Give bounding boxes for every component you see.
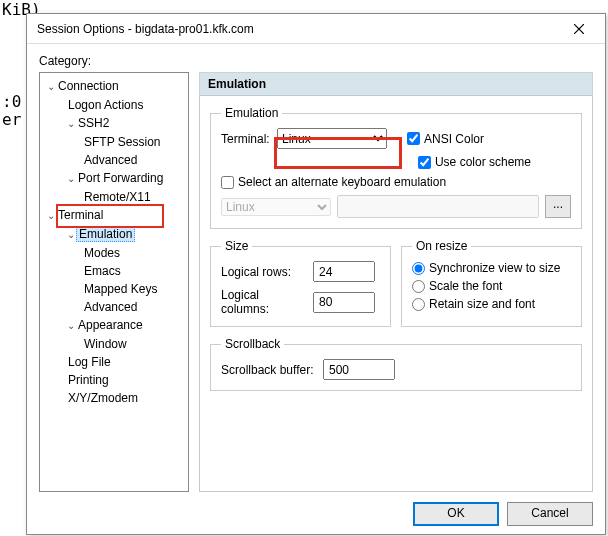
cancel-button[interactable]: Cancel bbox=[507, 502, 593, 526]
dialog-title: Session Options - bigdata-pro01.kfk.com bbox=[37, 22, 561, 36]
dialog-buttons: OK Cancel bbox=[39, 492, 593, 526]
tree-item-emacs[interactable]: Emacs bbox=[40, 262, 188, 280]
chevron-down-icon[interactable]: ⌄ bbox=[66, 318, 76, 334]
chevron-down-icon[interactable]: ⌄ bbox=[66, 227, 76, 243]
tree-item-advanced[interactable]: Advanced bbox=[40, 151, 188, 169]
alt-keyboard-checkbox[interactable] bbox=[221, 176, 234, 189]
tree-item-log-file[interactable]: Log File bbox=[40, 353, 188, 371]
alt-keyboard-path bbox=[337, 195, 539, 218]
bg-text: er bbox=[2, 110, 21, 129]
tree-item-emulation[interactable]: ⌄Emulation bbox=[40, 225, 188, 244]
tree-item-window[interactable]: Window bbox=[40, 335, 188, 353]
chevron-down-icon[interactable]: ⌄ bbox=[46, 79, 56, 95]
size-legend: Size bbox=[221, 239, 252, 253]
settings-panel: Emulation Emulation Terminal: Linux ANSI… bbox=[199, 72, 593, 492]
close-button[interactable] bbox=[561, 16, 597, 42]
tree-item-printing[interactable]: Printing bbox=[40, 371, 188, 389]
chevron-down-icon[interactable]: ⌄ bbox=[66, 171, 76, 187]
tree-item-advanced-emu[interactable]: Advanced bbox=[40, 298, 188, 316]
emulation-group: Emulation Terminal: Linux ANSI Color bbox=[210, 106, 582, 229]
tree-item-modes[interactable]: Modes bbox=[40, 244, 188, 262]
emulation-legend: Emulation bbox=[221, 106, 282, 120]
tree-item-port-forwarding[interactable]: ⌄Port Forwarding bbox=[40, 169, 188, 188]
scrollback-legend: Scrollback bbox=[221, 337, 284, 351]
tree-item-mapped-keys[interactable]: Mapped Keys bbox=[40, 280, 188, 298]
tree-item-xyzmodem[interactable]: X/Y/Zmodem bbox=[40, 389, 188, 407]
resize-sync[interactable]: Synchronize view to size bbox=[412, 261, 571, 275]
scrollback-input[interactable] bbox=[323, 359, 395, 380]
tree-item-connection[interactable]: ⌄Connection bbox=[40, 77, 188, 96]
terminal-label: Terminal: bbox=[221, 132, 271, 146]
terminal-select[interactable]: Linux bbox=[277, 128, 387, 149]
panel-body: Emulation Terminal: Linux ANSI Color bbox=[199, 95, 593, 492]
scrollback-group: Scrollback Scrollback buffer: bbox=[210, 337, 582, 391]
rows-input[interactable] bbox=[313, 261, 375, 282]
session-options-dialog: Session Options - bigdata-pro01.kfk.com … bbox=[26, 13, 606, 535]
resize-legend: On resize bbox=[412, 239, 471, 253]
resize-retain[interactable]: Retain size and font bbox=[412, 297, 571, 311]
tree-item-remote-x11[interactable]: Remote/X11 bbox=[40, 188, 188, 206]
tree-item-logon-actions[interactable]: Logon Actions bbox=[40, 96, 188, 114]
close-icon bbox=[574, 24, 584, 34]
category-label: Category: bbox=[39, 54, 593, 68]
rows-label: Logical rows: bbox=[221, 265, 307, 279]
color-scheme-label: Use color scheme bbox=[435, 155, 531, 169]
resize-scale[interactable]: Scale the font bbox=[412, 279, 571, 293]
cols-input[interactable] bbox=[313, 292, 375, 313]
ansi-color-label: ANSI Color bbox=[424, 132, 484, 146]
size-group: Size Logical rows: Logical columns: bbox=[210, 239, 391, 327]
category-tree[interactable]: ⌄Connection Logon Actions ⌄SSH2 SFTP Ses… bbox=[39, 72, 189, 492]
cols-label: Logical columns: bbox=[221, 288, 307, 316]
chevron-down-icon[interactable]: ⌄ bbox=[46, 208, 56, 224]
chevron-down-icon[interactable]: ⌄ bbox=[66, 116, 76, 132]
alt-keyboard-select: Linux bbox=[221, 198, 331, 216]
color-scheme-checkbox[interactable] bbox=[418, 156, 431, 169]
scrollback-label: Scrollback buffer: bbox=[221, 363, 317, 377]
tree-item-terminal[interactable]: ⌄Terminal bbox=[40, 206, 188, 225]
resize-group: On resize Synchronize view to size Scale… bbox=[401, 239, 582, 327]
browse-button[interactable]: ... bbox=[545, 195, 571, 218]
bg-text: :0 bbox=[2, 92, 21, 111]
alt-keyboard-label: Select an alternate keyboard emulation bbox=[238, 175, 446, 189]
tree-item-ssh2[interactable]: ⌄SSH2 bbox=[40, 114, 188, 133]
panel-header: Emulation bbox=[199, 72, 593, 95]
ansi-color-checkbox[interactable] bbox=[407, 132, 420, 145]
ok-button[interactable]: OK bbox=[413, 502, 499, 526]
tree-item-appearance[interactable]: ⌄Appearance bbox=[40, 316, 188, 335]
tree-item-sftp-session[interactable]: SFTP Session bbox=[40, 133, 188, 151]
titlebar: Session Options - bigdata-pro01.kfk.com bbox=[27, 14, 605, 44]
